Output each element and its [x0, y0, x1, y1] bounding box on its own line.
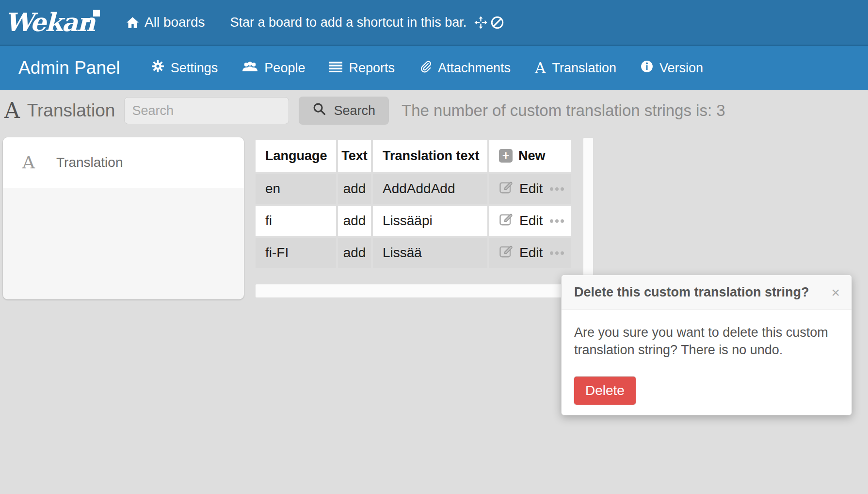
row-menu-ellipsis-icon[interactable] — [550, 187, 564, 191]
logo-pixel-square — [85, 18, 90, 22]
search-icon — [312, 102, 326, 119]
close-icon[interactable]: × — [831, 285, 840, 300]
nav-item-people[interactable]: People — [242, 61, 305, 76]
edit-button[interactable]: Edit — [519, 245, 543, 261]
translation-subheader: A Translation Search The number of custo… — [0, 90, 868, 131]
search-input[interactable] — [124, 97, 289, 124]
move-icon[interactable] — [474, 16, 487, 29]
nav-item-settings[interactable]: Settings — [151, 60, 218, 76]
horizontal-scrollbar[interactable] — [256, 284, 580, 297]
page-title: Translation — [27, 100, 115, 121]
admin-panel-title: Admin Panel — [18, 58, 120, 78]
translation-a-icon: A — [22, 154, 35, 171]
nav-item-reports[interactable]: Reports — [329, 61, 395, 76]
cell-translation: Lissääpi — [373, 206, 487, 236]
section-a-icon: A — [4, 100, 20, 121]
admin-nav: Settings People — [151, 60, 703, 76]
home-icon — [126, 16, 139, 29]
nav-item-label: Translation — [552, 61, 616, 76]
info-icon — [641, 60, 653, 76]
wekan-logo[interactable]: Wekan — [5, 3, 102, 42]
search-button[interactable]: Search — [299, 97, 389, 125]
people-icon — [242, 61, 258, 76]
column-header-language: Language — [256, 140, 336, 172]
translation-a-icon: A — [535, 61, 546, 76]
nav-item-attachments[interactable]: Attachments — [419, 60, 511, 76]
logo-pixel-square — [91, 23, 94, 26]
table-row: fi-FI add Lissää Edit — [256, 238, 571, 268]
edit-icon[interactable] — [499, 180, 514, 198]
wekan-admin-screen: Wekan All boards Star a board to add a s… — [0, 0, 868, 494]
search-button-label: Search — [334, 103, 375, 118]
new-label[interactable]: New — [518, 148, 546, 164]
sidebar-item-label: Translation — [56, 155, 123, 170]
edit-button[interactable]: Edit — [519, 181, 543, 197]
delete-confirmation-dialog: Delete this custom translation string? ×… — [561, 275, 852, 415]
column-header-text: Text — [338, 140, 371, 172]
sidebar-item-translation[interactable]: A Translation — [3, 137, 244, 188]
cell-language: fi — [256, 206, 336, 236]
dialog-header: Delete this custom translation string? × — [562, 275, 852, 310]
cell-text: add — [338, 174, 371, 204]
row-menu-ellipsis-icon[interactable] — [550, 219, 564, 223]
column-header-translation: Translation text — [373, 140, 487, 172]
cell-text: add — [338, 238, 371, 268]
delete-button[interactable]: Delete — [574, 377, 636, 405]
nav-item-version[interactable]: Version — [641, 60, 703, 76]
column-header-new: + New — [489, 140, 571, 172]
dialog-title: Delete this custom translation string? — [574, 285, 831, 300]
cell-translation: Lissää — [373, 238, 487, 268]
logo-pixel-square — [93, 10, 100, 16]
topbar: Wekan All boards Star a board to add a s… — [0, 0, 868, 46]
topbar-icons — [474, 16, 504, 29]
cell-language: fi-FI — [256, 238, 336, 268]
nav-item-label: Version — [659, 61, 703, 76]
cell-actions: Edit — [489, 174, 571, 204]
list-icon — [329, 61, 342, 76]
admin-nav-bar: Admin Panel Settings — [0, 46, 868, 90]
ban-icon[interactable] — [491, 16, 504, 29]
plus-square-icon[interactable]: + — [499, 149, 513, 163]
nav-item-label: Attachments — [438, 61, 511, 76]
shortcut-banner-text: Star a board to add a shortcut in this b… — [230, 15, 467, 30]
table-header-row: Language Text Translation text + New — [256, 140, 571, 172]
wekan-logo-text: Wekan — [5, 7, 95, 37]
cell-actions: Edit — [489, 206, 571, 236]
table-row: en add AddAddAdd Edit — [256, 174, 571, 204]
translations-table: Language Text Translation text + New en … — [254, 138, 573, 270]
nav-item-label: People — [264, 61, 305, 76]
cell-actions: Edit — [489, 238, 571, 268]
edit-icon[interactable] — [499, 212, 514, 230]
row-menu-ellipsis-icon[interactable] — [550, 251, 564, 255]
translation-count-text: The number of custom translation strings… — [402, 101, 725, 120]
nav-item-label: Reports — [349, 61, 395, 76]
cell-language: en — [256, 174, 336, 204]
table-row: fi add Lissääpi Edit — [256, 206, 571, 236]
cell-translation: AddAddAdd — [373, 174, 487, 204]
gear-icon — [151, 60, 164, 76]
admin-sidebar: A Translation — [3, 137, 244, 299]
edit-button[interactable]: Edit — [519, 213, 543, 229]
cell-text: add — [338, 206, 371, 236]
vertical-scrollbar[interactable] — [583, 138, 593, 297]
nav-item-label: Settings — [171, 61, 218, 76]
edit-icon[interactable] — [499, 244, 514, 262]
all-boards-label: All boards — [145, 15, 205, 30]
dialog-message: Are you sure you want to delete this cus… — [562, 310, 852, 359]
all-boards-link[interactable]: All boards — [126, 15, 205, 30]
nav-item-translation[interactable]: A Translation — [535, 61, 616, 76]
paperclip-icon — [419, 60, 432, 76]
